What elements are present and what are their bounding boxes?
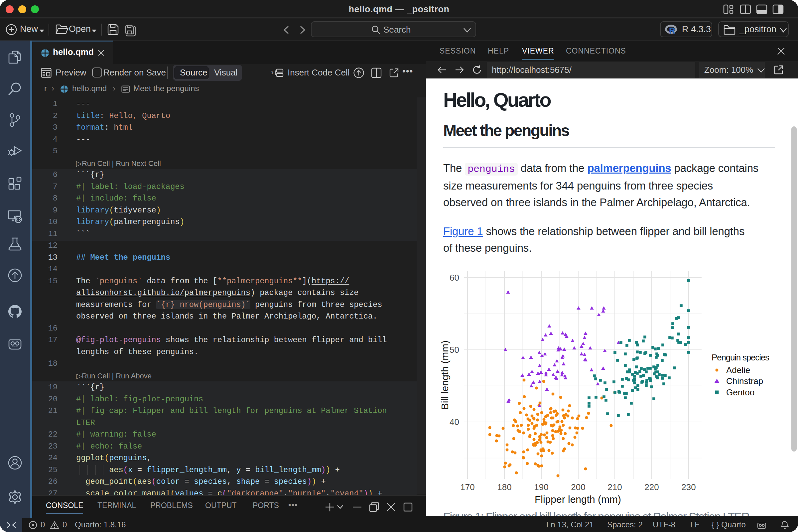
svg-text:Gentoo: Gentoo bbox=[726, 387, 755, 397]
svg-text:230: 230 bbox=[681, 482, 696, 492]
svg-text:Chinstrap: Chinstrap bbox=[726, 376, 763, 386]
svg-text:50: 50 bbox=[450, 345, 459, 355]
svg-text:40: 40 bbox=[450, 417, 459, 427]
svg-text:210: 210 bbox=[607, 482, 622, 492]
svg-text:220: 220 bbox=[644, 482, 659, 492]
svg-text:170: 170 bbox=[460, 482, 474, 492]
svg-text:180: 180 bbox=[497, 482, 511, 492]
svg-text:60: 60 bbox=[450, 273, 459, 283]
svg-text:R: R bbox=[669, 25, 675, 35]
svg-text:Penguin species: Penguin species bbox=[711, 353, 770, 362]
svg-text:Flipper length (mm): Flipper length (mm) bbox=[535, 494, 621, 505]
svg-text:200: 200 bbox=[571, 482, 585, 492]
svg-text:Bill length (mm): Bill length (mm) bbox=[439, 341, 450, 410]
svg-text:Adelie: Adelie bbox=[726, 365, 750, 375]
svg-text:190: 190 bbox=[534, 482, 548, 492]
